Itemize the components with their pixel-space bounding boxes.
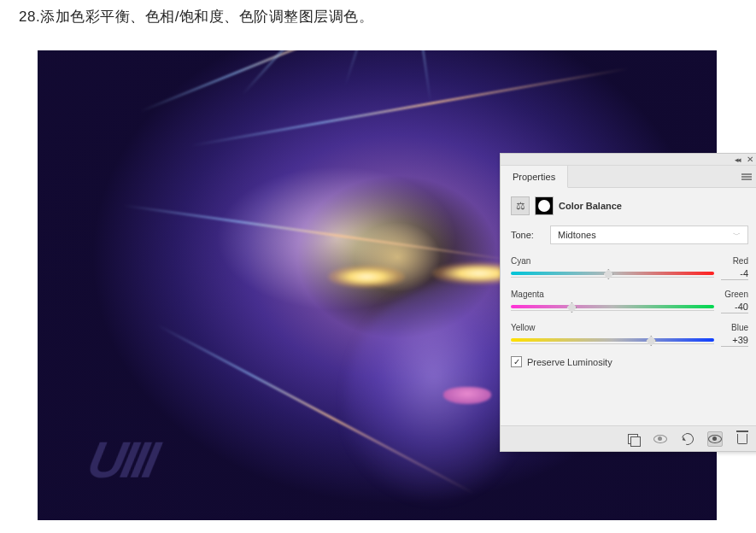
label-magenta: Magenta <box>511 290 544 299</box>
panel-tabbar: Properties <box>501 166 756 188</box>
slider-yellow-blue-track[interactable] <box>511 334 714 348</box>
slider-yellow-blue: Yellow Blue +39 <box>511 323 748 348</box>
adjustment-title: Color Balance <box>559 201 622 211</box>
slider-magenta-green: Magenta Green -40 <box>511 290 748 314</box>
label-red: Red <box>733 256 748 266</box>
page-title: 28.添加色彩平衡、色相/饱和度、色阶调整图层调色。 <box>0 0 756 26</box>
collapse-icon[interactable]: ◂◂ <box>735 155 740 164</box>
delete-icon[interactable] <box>735 431 750 447</box>
tab-properties[interactable]: Properties <box>501 166 568 188</box>
label-cyan: Cyan <box>511 256 530 266</box>
watermark: UIII <box>83 430 161 489</box>
label-yellow: Yellow <box>511 323 536 332</box>
value-yellow-blue[interactable]: +39 <box>721 335 748 347</box>
visibility-icon[interactable] <box>707 431 723 447</box>
value-magenta-green[interactable]: -40 <box>721 302 748 313</box>
slider-handle[interactable] <box>566 302 577 313</box>
label-blue: Blue <box>731 323 748 332</box>
adjustment-header: ⚖ Color Balance <box>511 196 748 215</box>
slider-cyan-red: Cyan Red -4 <box>511 256 748 281</box>
value-cyan-red[interactable]: -4 <box>721 268 748 280</box>
balance-icon[interactable]: ⚖ <box>511 196 530 215</box>
clip-to-layer-icon[interactable] <box>625 431 641 447</box>
slider-handle[interactable] <box>646 336 656 346</box>
layer-mask-icon[interactable] <box>535 196 554 215</box>
tone-value: Midtones <box>558 230 596 240</box>
slider-handle[interactable] <box>603 269 613 279</box>
preserve-luminosity-row[interactable]: ✓ Preserve Luminosity <box>511 356 748 367</box>
reset-icon[interactable] <box>680 431 695 447</box>
tone-label: Tone: <box>511 230 542 240</box>
slider-magenta-green-track[interactable] <box>511 301 714 314</box>
view-previous-icon[interactable] <box>653 431 668 447</box>
panel-titlebar: ◂◂ ✕ <box>501 154 756 166</box>
close-icon[interactable]: ✕ <box>747 155 753 164</box>
panel-footer <box>501 425 756 451</box>
preserve-luminosity-label: Preserve Luminosity <box>527 357 612 367</box>
lips <box>443 387 491 404</box>
panel-menu-icon[interactable] <box>735 166 756 188</box>
canvas-wrap: UIII ◂◂ ✕ Properties ⚖ Color Balance Ton… <box>38 50 717 520</box>
tone-select[interactable]: Midtones ﹀ <box>550 226 748 244</box>
label-green: Green <box>724 290 748 299</box>
properties-panel: ◂◂ ✕ Properties ⚖ Color Balance Tone: Mi… <box>500 153 756 452</box>
preserve-luminosity-checkbox[interactable]: ✓ <box>511 356 522 367</box>
slider-cyan-red-track[interactable] <box>511 267 714 281</box>
chevron-down-icon: ﹀ <box>733 230 741 241</box>
